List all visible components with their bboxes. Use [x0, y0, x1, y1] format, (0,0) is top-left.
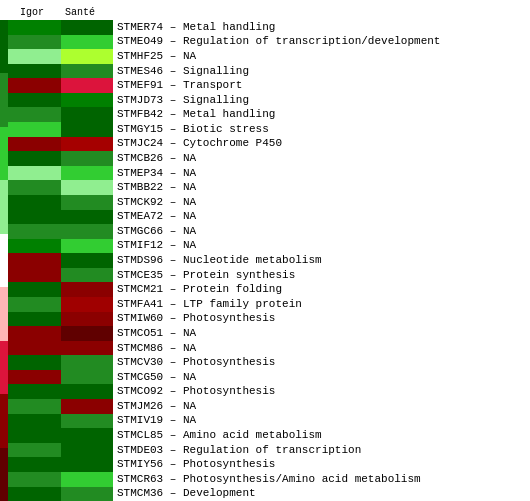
gene-list: STMER74 – Metal handlingSTMEO49 – Regula… — [113, 0, 530, 501]
list-item: STMCO51 – NA — [117, 326, 530, 341]
list-item: STMEO49 – Regulation of transcription/de… — [117, 35, 530, 50]
list-item: STMER74 – Metal handling — [117, 20, 530, 35]
igor-cell — [8, 253, 61, 268]
heatmap-row — [8, 472, 113, 487]
heatmap-row — [8, 224, 113, 239]
sante-cell — [61, 297, 114, 312]
list-item: STMCM86 – NA — [117, 341, 530, 356]
sante-cell — [61, 341, 114, 356]
igor-cell — [8, 297, 61, 312]
list-item: STMCO92 – Photosynthesis — [117, 384, 530, 399]
list-item: STMCE35 – Protein synthesis — [117, 268, 530, 283]
sante-cell — [61, 472, 114, 487]
heatmap-row — [8, 341, 113, 356]
list-item: STMIW60 – Photosynthesis — [117, 312, 530, 327]
list-item: STMES46 – Signalling — [117, 64, 530, 79]
list-item: STMEA72 – NA — [117, 210, 530, 225]
list-item: STMCV30 – Photosynthesis — [117, 355, 530, 370]
list-item: STMCK92 – NA — [117, 195, 530, 210]
igor-cell — [8, 370, 61, 385]
list-item: STMDE03 – Regulation of transcription — [117, 443, 530, 458]
list-item: STMJM26 – NA — [117, 399, 530, 414]
igor-cell — [8, 122, 61, 137]
igor-cell — [8, 64, 61, 79]
heatmap-area: Igor Santé — [8, 0, 113, 501]
sante-cell — [61, 78, 114, 93]
sante-cell — [61, 399, 114, 414]
igor-cell — [8, 93, 61, 108]
igor-cell — [8, 457, 61, 472]
sante-cell — [61, 137, 114, 152]
list-item: STMIF12 – NA — [117, 239, 530, 254]
igor-cell — [8, 35, 61, 50]
igor-cell — [8, 414, 61, 429]
sante-cell — [61, 151, 114, 166]
heatmap-row — [8, 122, 113, 137]
igor-cell — [8, 239, 61, 254]
list-item: STMCG50 – NA — [117, 370, 530, 385]
sante-cell — [61, 64, 114, 79]
heatmap-row — [8, 166, 113, 181]
heatmap-row — [8, 35, 113, 50]
igor-cell — [8, 472, 61, 487]
heatmap-row — [8, 195, 113, 210]
igor-cell — [8, 180, 61, 195]
sante-cell — [61, 355, 114, 370]
list-item: STMCM36 – Development — [117, 487, 530, 502]
list-item: STMFA41 – LTP family protein — [117, 297, 530, 312]
sante-cell — [61, 268, 114, 283]
heatmap-row — [8, 457, 113, 472]
igor-cell — [8, 312, 61, 327]
heatmap-row — [8, 312, 113, 327]
heatmap-row — [8, 137, 113, 152]
igor-cell — [8, 137, 61, 152]
igor-cell — [8, 384, 61, 399]
heatmap-row — [8, 428, 113, 443]
heatmap-row — [8, 399, 113, 414]
heatmap-row — [8, 180, 113, 195]
sante-cell — [61, 20, 114, 35]
list-item: STMIY56 – Photosynthesis — [117, 457, 530, 472]
color-bar — [0, 20, 8, 501]
igor-cell — [8, 399, 61, 414]
igor-cell — [8, 210, 61, 225]
heatmap-row — [8, 93, 113, 108]
igor-cell — [8, 166, 61, 181]
heatmap-row — [8, 20, 113, 35]
heatmap-row — [8, 297, 113, 312]
igor-label: Igor — [8, 7, 56, 18]
color-segment — [0, 394, 8, 447]
igor-cell — [8, 107, 61, 122]
sante-cell — [61, 312, 114, 327]
igor-cell — [8, 49, 61, 64]
heatmap-row — [8, 107, 113, 122]
color-segment — [0, 180, 8, 233]
sante-cell — [61, 282, 114, 297]
color-segment — [0, 234, 8, 287]
sante-cell — [61, 239, 114, 254]
igor-cell — [8, 443, 61, 458]
list-item: STMCL85 – Amino acid metabolism — [117, 428, 530, 443]
list-item: STMBB22 – NA — [117, 180, 530, 195]
heatmap-row — [8, 49, 113, 64]
sante-cell — [61, 253, 114, 268]
sante-cell — [61, 210, 114, 225]
list-item: STMHF25 – NA — [117, 49, 530, 64]
heatmap-row — [8, 355, 113, 370]
igor-cell — [8, 195, 61, 210]
sante-label: Santé — [56, 7, 104, 18]
sante-cell — [61, 195, 114, 210]
heatmap-row — [8, 268, 113, 283]
heatmap-row — [8, 384, 113, 399]
list-item: STMEP34 – NA — [117, 166, 530, 181]
color-segment — [0, 287, 8, 340]
igor-cell — [8, 20, 61, 35]
list-item: STMFB42 – Metal handling — [117, 107, 530, 122]
sante-cell — [61, 326, 114, 341]
list-item: STMDS96 – Nucleotide metabolism — [117, 253, 530, 268]
color-segment — [0, 448, 8, 501]
list-item: STMGY15 – Biotic stress — [117, 122, 530, 137]
list-item: STMEF91 – Transport — [117, 78, 530, 93]
list-item: STMGC66 – NA — [117, 224, 530, 239]
list-item: STMJD73 – Signalling — [117, 93, 530, 108]
